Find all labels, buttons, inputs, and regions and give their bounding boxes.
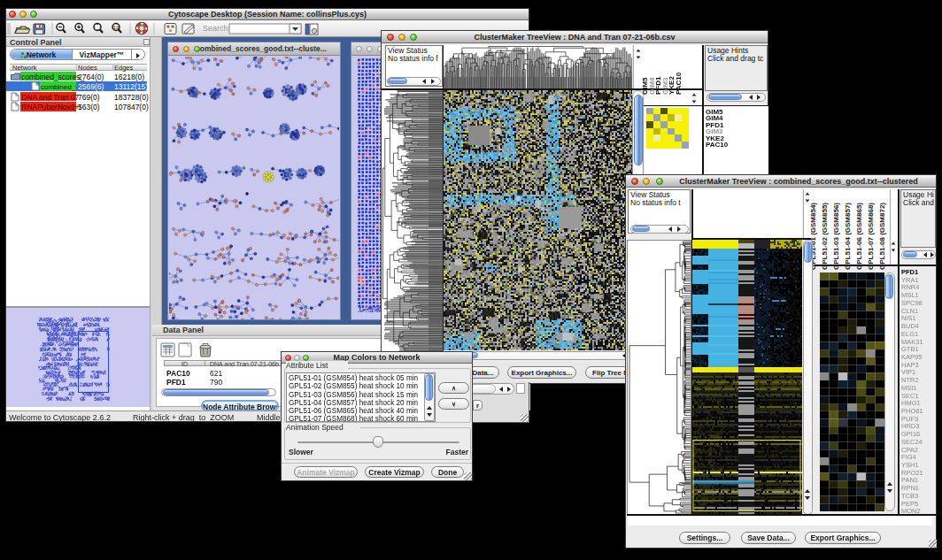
svg-text:Search:: Search: (203, 24, 230, 33)
svg-text:1:1: 1:1 (113, 26, 120, 30)
